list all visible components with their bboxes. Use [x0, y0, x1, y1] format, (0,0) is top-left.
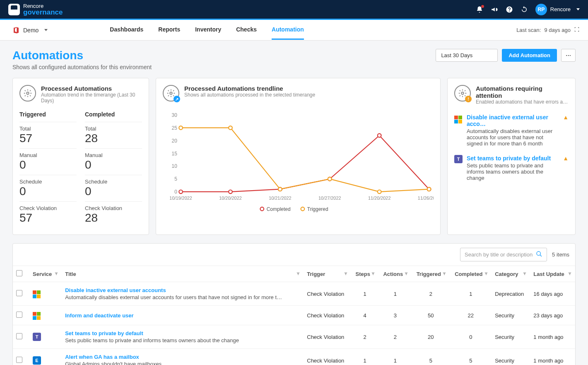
- microsoft-icon: [33, 312, 41, 320]
- cell-category: Deprecation: [492, 282, 530, 306]
- bell-icon[interactable]: [476, 6, 483, 13]
- svg-point-16: [229, 190, 232, 193]
- add-automation-button[interactable]: Add Automation: [502, 49, 557, 62]
- teams-icon: T: [454, 155, 463, 163]
- svg-text:30: 30: [172, 112, 178, 118]
- filter-icon[interactable]: [484, 271, 488, 277]
- col-service[interactable]: Service: [29, 266, 62, 282]
- filter-icon[interactable]: [568, 271, 572, 277]
- cell-title: Set teams to private by defaultSets publ…: [62, 325, 304, 349]
- col-title[interactable]: Title: [62, 266, 304, 282]
- expand-icon[interactable]: [574, 27, 580, 34]
- cell-category: Security: [492, 325, 530, 349]
- cell-completed: 0: [450, 325, 492, 349]
- filter-icon[interactable]: [523, 271, 527, 277]
- exchange-icon: E: [33, 356, 41, 365]
- search-input[interactable]: [465, 251, 536, 258]
- filter-icon[interactable]: [404, 271, 408, 277]
- stat-cell: Total57: [19, 122, 77, 148]
- megaphone-icon[interactable]: [491, 6, 498, 13]
- svg-text:20: 20: [172, 138, 178, 144]
- col-actions[interactable]: Actions: [378, 266, 412, 282]
- svg-point-23: [278, 187, 282, 191]
- cell-completed: 5: [450, 349, 492, 365]
- row-title-link[interactable]: Set teams to private by default: [65, 330, 300, 336]
- col-steps[interactable]: Steps: [351, 266, 378, 282]
- date-range-select[interactable]: Last 30 Days: [436, 49, 498, 62]
- trendline-card: ↗ Processed Automations trendline Shows …: [156, 78, 441, 235]
- filter-icon[interactable]: [442, 271, 446, 277]
- attention-item[interactable]: T Set teams to private by default Sets p…: [454, 151, 569, 185]
- svg-point-0: [27, 92, 29, 94]
- svg-point-31: [461, 92, 464, 94]
- select-all-checkbox[interactable]: [16, 270, 22, 276]
- col-completed[interactable]: Completed: [450, 266, 492, 282]
- table-row[interactable]: Inform and deactivate user Check Violati…: [13, 306, 575, 325]
- tab-reports[interactable]: Reports: [158, 20, 180, 40]
- cell-trigger: Check Violation: [304, 349, 351, 365]
- table-row[interactable]: E Alert when GA has a mailboxGlobal Admi…: [13, 349, 575, 365]
- filter-icon[interactable]: [344, 271, 348, 277]
- logo[interactable]: Rencore governance: [8, 3, 63, 16]
- cell-actions: 2: [378, 325, 412, 349]
- chevron-down-icon: [576, 8, 580, 10]
- stat-cell: Schedule0: [19, 175, 77, 201]
- more-button[interactable]: ⋯: [561, 49, 576, 62]
- row-checkbox[interactable]: [16, 357, 22, 363]
- logo-text: Rencore governance: [23, 3, 63, 16]
- col-category[interactable]: Category: [492, 266, 530, 282]
- items-count: 5 items: [552, 251, 569, 258]
- tab-dashboards[interactable]: Dashboards: [110, 20, 143, 40]
- table-row[interactable]: T Set teams to private by defaultSets pu…: [13, 325, 575, 349]
- sync-icon[interactable]: [521, 6, 528, 13]
- cell-triggered: 20: [412, 325, 450, 349]
- svg-text:10/21/2022: 10/21/2022: [269, 196, 292, 201]
- row-checkbox[interactable]: [16, 333, 22, 339]
- search-icon[interactable]: [536, 251, 542, 259]
- row-title-link[interactable]: Disable inactive external user accounts: [65, 287, 300, 293]
- svg-text:10/20/2022: 10/20/2022: [219, 196, 242, 201]
- row-title-link[interactable]: Alert when GA has a mailbox: [65, 354, 300, 360]
- stat-cell: Check Violation57: [19, 201, 77, 228]
- col-trigger[interactable]: Trigger: [304, 266, 351, 282]
- attention-item-desc: Automatically disables external user acc…: [467, 128, 559, 147]
- topbar: Rencore governance RP Rencore: [0, 0, 588, 20]
- row-title-link[interactable]: Inform and deactivate user: [65, 312, 300, 319]
- svg-point-19: [378, 134, 381, 138]
- cell-actions: 1: [378, 349, 412, 365]
- environment-selector[interactable]: Demo: [8, 24, 52, 36]
- table-row[interactable]: Disable inactive external user accountsA…: [13, 282, 575, 306]
- header-actions: Last 30 Days Add Automation ⋯: [436, 49, 576, 62]
- cell-triggered: 2: [412, 282, 450, 306]
- tab-automation[interactable]: Automation: [272, 20, 304, 40]
- filter-icon[interactable]: [371, 271, 375, 277]
- row-checkbox[interactable]: [16, 290, 22, 296]
- row-checkbox[interactable]: [16, 312, 22, 318]
- tab-checks[interactable]: Checks: [236, 20, 257, 40]
- table-header-row: ServiceTitleTriggerStepsActionsTriggered…: [13, 266, 575, 282]
- tab-inventory[interactable]: Inventory: [195, 20, 221, 40]
- filter-icon[interactable]: [54, 271, 58, 277]
- svg-text:10/27/2022: 10/27/2022: [318, 196, 341, 201]
- cell-trigger: Check Violation: [304, 282, 351, 306]
- chart: 05101520253010/19/202210/20/202210/21/20…: [163, 106, 434, 218]
- col-triggered[interactable]: Triggered: [412, 266, 450, 282]
- user-menu[interactable]: RP Rencore: [535, 4, 580, 15]
- attention-item[interactable]: Disable inactive external user acco… Aut…: [454, 110, 569, 151]
- brand-line1: Rencore: [23, 3, 63, 9]
- page-header: Automations Shows all configured automat…: [12, 49, 576, 70]
- search-box[interactable]: [460, 248, 547, 261]
- trend-title: Processed Automations trendline: [184, 85, 315, 92]
- svg-text:10/19/2022: 10/19/2022: [169, 196, 192, 201]
- svg-point-32: [537, 251, 540, 255]
- filter-icon[interactable]: [296, 271, 300, 277]
- attention-item-title: Disable inactive external user acco…: [467, 114, 559, 127]
- cell-triggered: 5: [412, 349, 450, 365]
- col-last-update[interactable]: Last Update: [530, 266, 575, 282]
- cards-row: Processed Automations Automation trend i…: [12, 78, 576, 235]
- stat-cell: Schedule0: [85, 175, 142, 201]
- help-icon[interactable]: [506, 6, 513, 13]
- attention-item-title: Set teams to private by default: [467, 155, 559, 162]
- trend-badge-icon: ↗: [174, 96, 180, 102]
- svg-point-29: [301, 207, 305, 211]
